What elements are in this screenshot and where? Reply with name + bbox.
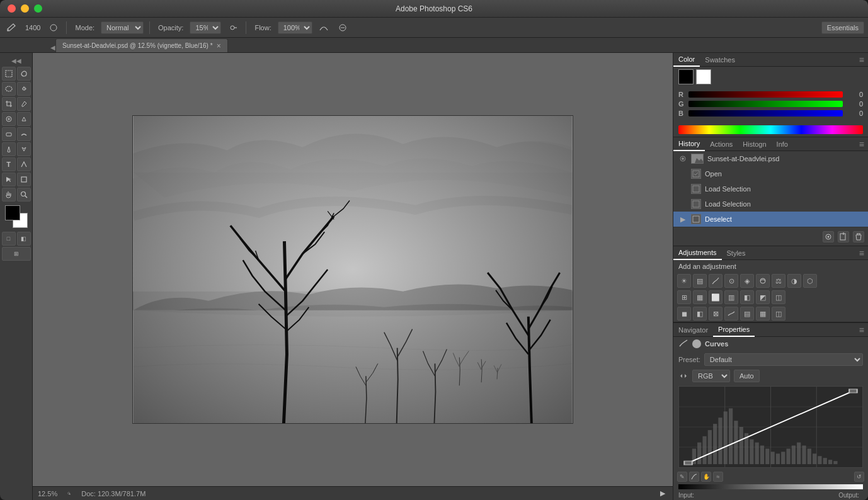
auto-button[interactable]: Auto <box>734 370 760 382</box>
channel-mixer-adj[interactable]: ⊞ <box>677 290 691 304</box>
green-slider[interactable] <box>688 101 843 107</box>
color-lookup-adj[interactable]: ▦ <box>693 290 707 304</box>
shape-tool[interactable] <box>17 173 31 186</box>
tab-close[interactable]: × <box>217 42 221 50</box>
history-item-4[interactable]: ▶ Deselect <box>673 212 868 227</box>
close-button[interactable] <box>8 4 16 13</box>
canvas-navigate-btn[interactable]: ▶ <box>658 488 668 499</box>
curves-hand-tool[interactable]: ✋ <box>701 472 711 482</box>
histogram-tab[interactable]: Histogn <box>738 137 771 151</box>
swatches-tab[interactable]: Swatches <box>700 53 740 67</box>
history-item-2[interactable]: Load Selection <box>673 181 868 196</box>
tool-icon-2[interactable] <box>335 21 350 34</box>
threshold-adj[interactable]: ◧ <box>740 290 754 304</box>
fill-adj[interactable]: ▦ <box>756 307 770 321</box>
clone-stamp-tool[interactable] <box>17 112 31 126</box>
pattern-adj[interactable]: ⊠ <box>709 307 722 321</box>
zoom-icon[interactable] <box>65 489 74 498</box>
curves-graph[interactable] <box>678 386 863 468</box>
invert-adj[interactable]: ⬜ <box>709 290 722 304</box>
healing-brush-tool[interactable] <box>2 112 16 126</box>
gradient-map-adj[interactable]: ◩ <box>756 290 770 304</box>
flow-select[interactable]: 100% <box>278 21 312 34</box>
color-panel-menu[interactable]: ≡ <box>855 55 868 65</box>
eraser-tool[interactable] <box>2 127 16 141</box>
curves-adj[interactable] <box>709 274 722 288</box>
input-gradient-bar[interactable] <box>678 484 863 489</box>
history-item-0[interactable]: Sunset-at-Deadvlei.psd <box>673 151 868 166</box>
path-selection-tool[interactable] <box>17 157 31 171</box>
photo-filter-adj[interactable]: ⬡ <box>803 274 817 288</box>
elliptical-marquee-tool[interactable] <box>2 82 16 96</box>
opacity-select[interactable]: 15% <box>190 21 221 34</box>
dodge-tool[interactable] <box>2 142 16 156</box>
fg-color-swatch[interactable] <box>678 69 694 84</box>
adj-panel-menu[interactable]: ≡ <box>855 248 868 258</box>
bg-color-swatch[interactable] <box>696 69 711 84</box>
levels2-adj[interactable]: ▤ <box>740 307 754 321</box>
curves2-adj[interactable] <box>724 307 738 321</box>
curves-pencil-tool[interactable]: ✎ <box>677 472 687 482</box>
canvas-scroll[interactable] <box>33 53 673 486</box>
screen-mode-button[interactable]: ⊞ <box>2 247 31 261</box>
properties-tab[interactable]: Properties <box>713 323 755 337</box>
selective-color-adj[interactable]: ◫ <box>772 290 785 304</box>
blue-slider[interactable] <box>688 110 843 116</box>
styles-tab[interactable]: Styles <box>722 246 751 260</box>
type-tool[interactable]: T <box>2 157 16 171</box>
new-document-from-state-button[interactable] <box>838 231 849 242</box>
bw-adj[interactable]: ◑ <box>787 274 801 288</box>
hand-tool[interactable] <box>2 188 16 202</box>
history-item-3[interactable]: Load Selection <box>673 196 868 212</box>
props-panel-menu[interactable]: ≡ <box>855 325 868 335</box>
pen-tool[interactable] <box>17 142 31 156</box>
brush-tool-icon[interactable] <box>4 21 19 34</box>
mode-select[interactable]: Normal Multiply Screen <box>101 21 144 34</box>
rectangular-marquee-tool[interactable] <box>2 67 16 81</box>
brush-size-icon[interactable] <box>47 22 60 33</box>
lasso-tool[interactable] <box>17 67 31 81</box>
history-tab[interactable]: History <box>673 137 705 151</box>
color-spectrum[interactable] <box>678 125 863 134</box>
levels-adj[interactable]: ▤ <box>693 274 707 288</box>
preset-select[interactable]: Default <box>704 353 863 366</box>
color-swatch[interactable] <box>5 205 28 228</box>
history-panel-menu[interactable]: ≡ <box>855 139 868 149</box>
stroke-adj[interactable]: ◫ <box>772 307 785 321</box>
curves-reset[interactable]: ↺ <box>854 472 864 482</box>
airbrush-icon[interactable] <box>225 21 240 34</box>
history-item-1[interactable]: Open <box>673 166 868 181</box>
toolbox-collapse[interactable]: ◀◀ <box>14 55 19 65</box>
solid-color-adj[interactable]: ◼ <box>677 307 691 321</box>
zoom-tool[interactable] <box>17 188 31 202</box>
red-slider[interactable] <box>688 91 843 98</box>
adjustments-tab[interactable]: Adjustments <box>673 246 722 260</box>
posterize-adj[interactable]: ▥ <box>724 290 738 304</box>
vibrance-adj[interactable]: ◈ <box>740 274 754 288</box>
curves-point-tool[interactable] <box>689 472 699 482</box>
standard-mode[interactable]: □ <box>2 232 16 246</box>
quick-mask-mode[interactable]: ◧ <box>17 232 31 246</box>
magic-wand-tool[interactable] <box>17 82 31 96</box>
brush-size-field[interactable]: 1400 <box>23 23 43 33</box>
document-tab[interactable]: Sunset-at-Deadvlei.psd @ 12.5% (vignette… <box>55 38 228 52</box>
color-tab[interactable]: Color <box>673 53 700 67</box>
minimize-button[interactable] <box>21 4 29 13</box>
curves-channel-select[interactable]: RGB Red Green Blue <box>692 370 730 382</box>
delete-history-button[interactable] <box>853 231 864 242</box>
tab-scroll-left[interactable]: ◀ <box>50 42 55 52</box>
actions-tab[interactable]: Actions <box>705 137 738 151</box>
maximize-button[interactable] <box>34 4 42 13</box>
color-balance-adj[interactable]: ⚖ <box>772 274 785 288</box>
gradient-adj[interactable]: ◧ <box>693 307 707 321</box>
curves-smooth-tool[interactable]: ≈ <box>713 472 723 482</box>
eyedropper-tool[interactable] <box>17 97 31 111</box>
smudge-tool[interactable] <box>17 127 31 141</box>
brightness-contrast-adj[interactable]: ☀ <box>677 274 691 288</box>
new-snapshot-button[interactable] <box>823 231 834 242</box>
hue-sat-adj[interactable] <box>756 274 770 288</box>
exposure-adj[interactable]: ⊙ <box>724 274 738 288</box>
crop-tool[interactable] <box>2 97 16 111</box>
foreground-color[interactable] <box>5 205 20 220</box>
essentials-button[interactable]: Essentials <box>821 21 864 34</box>
